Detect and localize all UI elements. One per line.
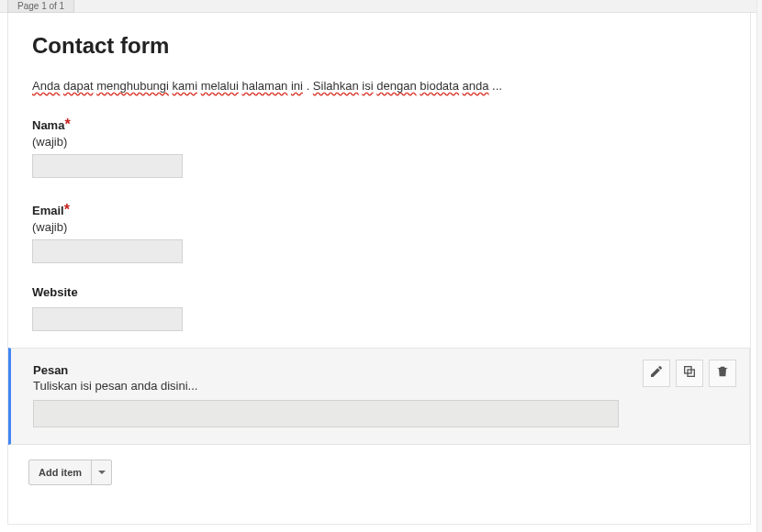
edit-button[interactable]: [643, 360, 670, 387]
question-hint: (wajib): [32, 135, 726, 149]
page-tab: Page 1 of 1: [7, 0, 74, 13]
add-item-button[interactable]: Add item: [28, 460, 112, 485]
add-item-label: Add item: [29, 460, 91, 484]
question-email[interactable]: Email* (wajib): [8, 178, 750, 263]
question-website[interactable]: Website: [8, 263, 750, 331]
question-label: Website: [32, 285, 78, 299]
question-label: Pesan: [33, 363, 731, 377]
text-input-website[interactable]: [32, 307, 183, 331]
question-subtext: Tuliskan isi pesan anda disini...: [33, 379, 731, 393]
pencil-icon: [649, 364, 664, 382]
form-canvas: Contact form Anda dapat menghubungi kami…: [7, 13, 751, 525]
question-toolbar: [643, 360, 736, 387]
question-pesan-selected[interactable]: Pesan Tuliskan isi pesan anda disini...: [8, 348, 750, 445]
question-nama[interactable]: Nama* (wajib): [8, 93, 750, 178]
duplicate-button[interactable]: [676, 360, 703, 387]
text-input-email[interactable]: [32, 239, 183, 263]
required-star: *: [64, 202, 70, 217]
trash-icon: [715, 364, 730, 382]
question-label: Email: [32, 204, 64, 217]
copy-icon: [682, 364, 697, 382]
form-title: Contact form: [8, 13, 750, 59]
chevron-down-icon: [98, 471, 106, 474]
question-hint: (wajib): [32, 220, 726, 234]
delete-button[interactable]: [709, 360, 736, 387]
paragraph-input[interactable]: [33, 400, 619, 427]
form-description: Anda dapat menghubungi kami melalui hala…: [8, 59, 750, 93]
question-label: Nama: [32, 118, 64, 132]
right-gutter: [756, 0, 762, 532]
text-input-nama[interactable]: [32, 154, 183, 178]
required-star: *: [64, 116, 70, 132]
add-item-dropdown[interactable]: [91, 460, 111, 484]
page-strip: [0, 0, 762, 13]
